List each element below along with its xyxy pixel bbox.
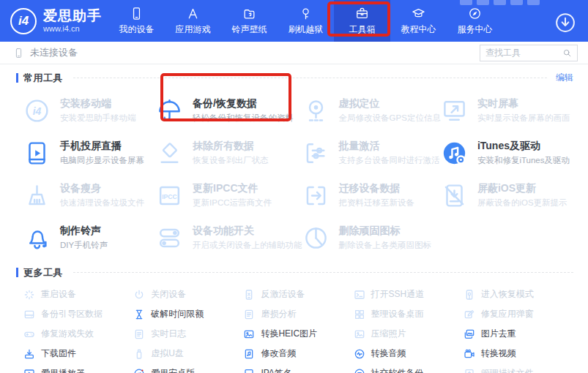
- tool-subtitle: 更新IPCC运营商文件: [193, 197, 272, 208]
- section-title: 更多工具: [23, 266, 63, 279]
- more-tool-label: 下载固件: [41, 347, 76, 360]
- eraser-icon: [156, 140, 183, 167]
- gamepad-icon: [23, 328, 35, 340]
- more-tool-label: 爱思播放器: [41, 367, 85, 373]
- nav-item[interactable]: 教程中心: [390, 0, 447, 42]
- more-tool-item[interactable]: 打开SSH通道: [354, 285, 464, 304]
- tool-item[interactable]: 删除顽固图标 删除设备上各类顽固图标: [302, 216, 441, 259]
- document-lines-icon: [133, 328, 145, 340]
- more-tool-item[interactable]: 关闭设备: [133, 285, 243, 304]
- tool-item[interactable]: 批量激活 支持多台设备同时进行激活: [302, 132, 441, 174]
- window-control-button[interactable]: [527, 0, 540, 5]
- more-tool-label: 转换视频: [481, 347, 516, 360]
- more-tool-item[interactable]: 实时日志: [133, 324, 243, 344]
- window-control-button[interactable]: [460, 0, 472, 5]
- search-input[interactable]: [485, 48, 562, 58]
- tool-title: 备份/恢复数据: [193, 97, 294, 110]
- more-tool-item[interactable]: 压缩照片: [354, 324, 464, 344]
- audio-doc-icon: [243, 348, 255, 360]
- nav-item[interactable]: 我的设备: [108, 0, 165, 42]
- tool-item[interactable]: 设备功能开关 开启或关闭设备上的辅助功能: [156, 216, 302, 259]
- device-status-bar: 未连接设备: [0, 42, 588, 64]
- tool-search-box[interactable]: [480, 45, 578, 61]
- tool-item[interactable]: 更新IPCC文件 更新IPCC运营商文件: [156, 174, 302, 216]
- tool-item[interactable]: 抹除所有数据 恢复设备到出厂状态: [156, 132, 302, 174]
- ringtone-icon: [242, 7, 256, 20]
- more-tool-item[interactable]: 修复应用弹窗: [464, 304, 573, 324]
- tool-item[interactable]: 手机投屏直播 电脑同步显示设备屏幕: [23, 132, 156, 174]
- nav-item-label: 服务中心: [458, 23, 493, 36]
- nav-item-label: 我的设备: [119, 23, 155, 36]
- window-control-button[interactable]: [477, 0, 489, 5]
- more-tool-label: 打开SSH通道: [371, 288, 425, 301]
- tool-item[interactable]: 屏蔽iOS更新 屏蔽设备的iOS更新提示: [441, 174, 573, 216]
- more-tool-label: IPA签名: [261, 367, 291, 373]
- broom-icon: [23, 182, 51, 209]
- more-tool-item[interactable]: 爱思播放器: [23, 363, 133, 373]
- more-tools-section: 更多工具 重启设备 关闭设备 反激活设备: [0, 266, 588, 373]
- tool-title: iTunes及驱动: [477, 140, 570, 153]
- tool-subtitle: 恢复设备到出厂状态: [193, 155, 269, 166]
- download-manager-button[interactable]: [554, 12, 576, 34]
- search-icon[interactable]: [562, 48, 572, 58]
- nav-item[interactable]: 刷机越狱: [278, 0, 334, 42]
- tool-item[interactable]: 虚拟定位 全局修改设备GPS定位信息: [302, 89, 441, 132]
- picture-icon: [243, 328, 255, 340]
- nav-item-label: 应用游戏: [176, 23, 211, 36]
- more-tool-item[interactable]: IPA签名: [243, 363, 353, 373]
- tool-subtitle: 快速清理设备垃圾文件: [60, 197, 144, 208]
- tool-item[interactable]: 安装移动端 安装爱思助手移动端: [23, 89, 156, 132]
- tool-item[interactable]: 实时屏幕 实时显示设备屏幕的画面: [441, 89, 573, 132]
- more-tool-item[interactable]: 整理设备桌面: [354, 304, 464, 324]
- nav-item[interactable]: 应用游戏: [165, 0, 221, 42]
- migrate-icon: [302, 182, 330, 209]
- more-tool-item[interactable]: 爱思安卓版: [133, 363, 243, 373]
- more-tool-item[interactable]: 虚拟U盘: [133, 344, 243, 363]
- tool-item[interactable]: 迁移设备数据 把资料迁移至新设备: [302, 174, 441, 216]
- picture-icon: [354, 328, 365, 340]
- more-tool-item[interactable]: 磨损分析: [243, 304, 353, 324]
- more-tool-item[interactable]: 转换HEIC图片: [243, 324, 353, 344]
- edit-link[interactable]: 编辑: [556, 72, 573, 84]
- more-tool-item[interactable]: 社交软件备份: [354, 363, 464, 373]
- umbrella-icon: [156, 97, 183, 124]
- document-lines-icon: [243, 309, 255, 320]
- tool-item[interactable]: iTunes及驱动 安装和修复iTunes及驱动: [441, 132, 573, 174]
- nav-item-label: 工具箱: [349, 23, 376, 36]
- tool-item[interactable]: 设备瘦身 快速清理设备垃圾文件: [23, 174, 156, 216]
- nav-item[interactable]: 工具箱: [334, 0, 390, 42]
- tool-title: 制作铃声: [60, 225, 108, 238]
- more-tool-item[interactable]: 转换音频: [354, 344, 464, 363]
- more-tool-label: 修复应用弹窗: [481, 308, 534, 320]
- top-navbar: i4 爱思助手 www.i4.cn 我的设备 应用游戏: [0, 0, 588, 42]
- more-tool-item[interactable]: 修复游戏失效: [23, 324, 133, 344]
- block-update-icon: [441, 182, 468, 209]
- social-chat-icon: [354, 368, 365, 373]
- recovery-mode-icon: [464, 289, 475, 301]
- more-tool-item[interactable]: 图片去重: [464, 324, 573, 344]
- more-tool-item[interactable]: 修改音频: [243, 344, 353, 363]
- nav-item[interactable]: 铃声壁纸: [221, 0, 278, 42]
- more-tool-item[interactable]: 转换视频: [464, 344, 573, 363]
- window-control-button[interactable]: [510, 0, 523, 5]
- more-tool-item[interactable]: 备份引导区数据: [23, 304, 133, 324]
- more-tool-item[interactable]: 重启设备: [23, 285, 133, 304]
- audio-wave-icon: [354, 348, 365, 360]
- more-tool-item[interactable]: 进入恢复模式: [464, 285, 573, 304]
- more-tool-item[interactable]: 下载固件: [23, 344, 133, 363]
- more-tool-label: 整理设备桌面: [371, 308, 424, 320]
- tool-title: 虚拟定位: [339, 97, 441, 110]
- tool-item[interactable]: 制作铃声 DIY手机铃声: [23, 216, 156, 259]
- more-tool-label: 重启设备: [41, 288, 76, 301]
- nav-item[interactable]: 服务中心: [447, 0, 503, 42]
- more-tool-item[interactable]: 破解时间限额: [133, 304, 243, 324]
- window-control-button[interactable]: [494, 0, 506, 5]
- tool-title: 删除顽固图标: [339, 225, 432, 238]
- more-tool-label: 转换音频: [371, 347, 406, 360]
- pictures-icon: [464, 328, 475, 340]
- app-logo[interactable]: i4 爱思助手 www.i4.cn: [10, 8, 104, 34]
- tool-item[interactable]: 备份/恢复数据 轻松备份和恢复设备的资料: [156, 89, 302, 132]
- more-tools-grid: 重启设备 关闭设备 反激活设备 打开SSH通道: [23, 285, 573, 373]
- more-tool-item[interactable]: 反激活设备: [243, 285, 353, 304]
- more-tool-item[interactable]: 管理描述文件: [464, 363, 573, 373]
